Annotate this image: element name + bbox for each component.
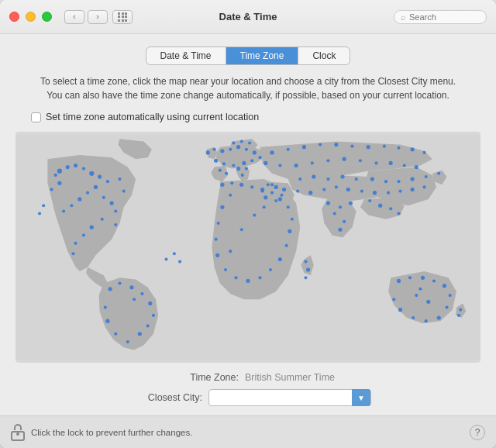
svg-point-71 [285, 244, 288, 247]
search-input[interactable] [409, 12, 471, 22]
back-button[interactable]: ‹ [64, 10, 84, 24]
svg-point-79 [215, 238, 218, 241]
auto-timezone-checkbox[interactable] [31, 112, 41, 122]
city-input[interactable] [212, 392, 352, 403]
svg-point-140 [378, 204, 382, 208]
svg-point-161 [274, 199, 277, 202]
search-box[interactable]: ⌕ [394, 10, 487, 24]
svg-point-106 [389, 161, 393, 165]
svg-point-124 [322, 188, 326, 191]
city-select[interactable]: ▼ [208, 389, 371, 406]
svg-point-3 [74, 164, 78, 167]
svg-point-148 [449, 294, 452, 297]
svg-point-28 [118, 281, 121, 284]
window-title: Date & Time [219, 11, 277, 22]
svg-point-120 [270, 183, 274, 186]
svg-point-112 [340, 174, 344, 178]
lock-icon[interactable] [11, 424, 25, 441]
timezone-field-label: Time Zone: [161, 372, 239, 383]
svg-point-13 [57, 181, 61, 185]
close-button[interactable] [9, 12, 19, 22]
svg-point-125 [335, 185, 338, 188]
svg-point-84 [253, 214, 256, 217]
svg-point-109 [298, 177, 301, 181]
svg-point-58 [232, 141, 235, 144]
svg-point-44 [236, 145, 240, 149]
tab-time-zone[interactable]: Time Zone [226, 47, 299, 64]
svg-point-144 [408, 276, 412, 279]
svg-point-37 [105, 319, 109, 323]
svg-point-108 [415, 165, 418, 169]
tab-date-time[interactable]: Date & Time [146, 47, 226, 64]
svg-point-45 [245, 148, 248, 151]
description: To select a time zone, click the map nea… [16, 74, 480, 102]
lock-text: Click the lock to prevent further change… [31, 428, 192, 437]
svg-point-149 [445, 306, 448, 309]
minimize-button[interactable] [26, 12, 36, 22]
svg-point-156 [426, 300, 430, 304]
svg-point-171 [304, 276, 307, 279]
svg-point-89 [302, 145, 306, 149]
svg-point-68 [287, 205, 290, 208]
svg-point-48 [250, 159, 253, 162]
description-line2: You can also have the time zone change a… [46, 90, 450, 101]
select-arrow-icon: ▼ [352, 389, 370, 406]
svg-point-35 [126, 340, 129, 343]
svg-point-132 [423, 185, 426, 188]
svg-point-72 [278, 257, 282, 261]
svg-point-73 [269, 268, 272, 271]
svg-point-53 [219, 169, 222, 172]
svg-point-101 [311, 161, 314, 164]
help-button[interactable]: ? [470, 425, 485, 440]
svg-point-98 [264, 161, 267, 165]
svg-point-115 [384, 180, 388, 183]
svg-point-151 [425, 319, 428, 322]
svg-point-122 [296, 190, 299, 193]
svg-point-173 [457, 314, 460, 317]
svg-point-5 [89, 171, 94, 176]
svg-point-7 [106, 180, 109, 183]
svg-point-4 [82, 167, 85, 171]
lock-body [11, 431, 25, 441]
svg-point-25 [122, 190, 126, 193]
svg-point-64 [250, 185, 253, 188]
forward-button[interactable]: › [88, 10, 108, 24]
traffic-lights [9, 12, 52, 22]
svg-point-137 [343, 220, 346, 223]
svg-point-150 [437, 315, 441, 319]
svg-point-121 [282, 188, 286, 191]
tab-bar: Date & Time Time Zone Clock [16, 47, 480, 65]
svg-point-41 [212, 148, 215, 151]
svg-point-154 [392, 298, 395, 301]
svg-point-11 [70, 204, 73, 207]
svg-point-123 [308, 191, 312, 195]
svg-point-169 [304, 260, 307, 264]
svg-point-78 [215, 253, 219, 257]
svg-point-142 [397, 212, 400, 215]
svg-point-136 [333, 212, 336, 215]
svg-point-67 [278, 197, 282, 201]
svg-point-166 [164, 257, 167, 260]
svg-point-87 [270, 150, 274, 154]
svg-point-104 [359, 159, 362, 162]
svg-point-119 [437, 172, 440, 175]
tab-clock[interactable]: Clock [298, 47, 350, 64]
svg-point-21 [71, 252, 74, 255]
maximize-button[interactable] [42, 12, 52, 22]
svg-point-96 [410, 147, 414, 151]
svg-point-26 [114, 223, 117, 226]
auto-timezone-row: Set time zone automatically using curren… [16, 112, 480, 122]
svg-point-127 [360, 190, 363, 193]
svg-point-15 [110, 202, 114, 205]
fields-area: Time Zone: British Summer Time Closest C… [16, 372, 480, 415]
world-map-container[interactable] [16, 132, 480, 363]
content-area: Date & Time Time Zone Clock To select a … [0, 34, 496, 415]
svg-point-130 [398, 190, 401, 193]
svg-point-22 [50, 188, 53, 191]
svg-point-88 [287, 148, 290, 151]
svg-point-2 [66, 165, 70, 169]
svg-point-111 [326, 177, 329, 181]
grid-button[interactable] [112, 10, 133, 24]
svg-point-6 [98, 174, 102, 178]
svg-point-51 [222, 162, 226, 165]
